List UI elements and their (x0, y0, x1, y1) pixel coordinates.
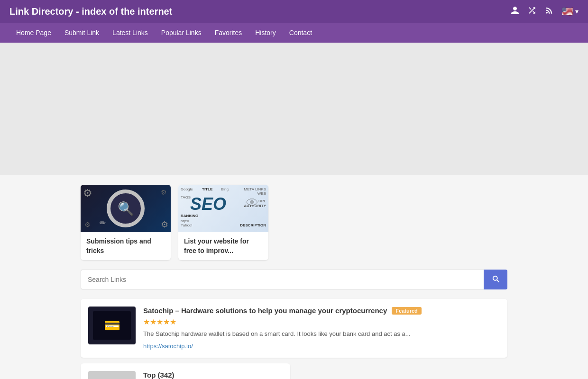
featured-listing: 💳 Satochip – Hardware solutions to help … (81, 299, 507, 358)
card-list-website[interactable]: Google META LINKS WEB TITLE Bing SEO TAG… (178, 185, 268, 260)
chip-icon: 💳 (104, 318, 120, 334)
site-title: Link Directory - index of the internet (9, 6, 172, 17)
nav-favorites[interactable]: Favorites (208, 23, 249, 43)
listing-title: Satochip – Hardware solutions to help yo… (143, 307, 387, 315)
search-button[interactable] (484, 270, 507, 289)
card-image-seo: Google META LINKS WEB TITLE Bing SEO TAG… (178, 185, 268, 232)
nav-submit-link[interactable]: Submit Link (58, 23, 106, 43)
listing-url[interactable]: https://satochip.io/ (143, 343, 193, 350)
top-thumb (88, 371, 136, 379)
seo-overlay: Google META LINKS WEB TITLE Bing SEO TAG… (178, 185, 268, 232)
rss-icon[interactable] (544, 6, 554, 18)
cards-row: ⚙ ⚙ 🔍 ⚙ ⚙ ✏ Submission tips and tricks G… (81, 185, 507, 260)
star-rating: ★★★★★ (143, 317, 500, 326)
svg-point-0 (546, 12, 548, 14)
header-icons: 🇺🇸 ▾ (510, 6, 579, 18)
nav-latest-links[interactable]: Latest Links (106, 23, 155, 43)
gear-top-right-icon: ⚙ (161, 189, 167, 196)
flag-icon: 🇺🇸 (561, 6, 573, 17)
submission-circle: 🔍 (107, 190, 145, 227)
nav-history[interactable]: History (248, 23, 283, 43)
nav-home-page[interactable]: Home Page (9, 23, 58, 43)
gear-bottom-right-icon: ⚙ (161, 219, 168, 230)
listing-thumb-inner: 💳 (93, 311, 131, 340)
listing-inner: 💳 Satochip – Hardware solutions to help … (81, 299, 507, 358)
bottom-left: Top (342) (81, 363, 290, 379)
lang-chevron: ▾ (575, 8, 579, 15)
top-listing-title: Top (342) (143, 371, 175, 379)
card-submission-tips[interactable]: ⚙ ⚙ 🔍 ⚙ ⚙ ✏ Submission tips and tricks (81, 185, 171, 260)
card-title-seo: List your website for free to improv... (178, 232, 268, 260)
main-content: ⚙ ⚙ 🔍 ⚙ ⚙ ✏ Submission tips and tricks G… (71, 175, 517, 379)
card-image-submission: ⚙ ⚙ 🔍 ⚙ ⚙ ✏ (81, 185, 171, 232)
featured-badge: Featured (392, 307, 421, 315)
magnifier-icon: 🔍 (118, 201, 134, 217)
user-icon[interactable] (510, 6, 520, 18)
listing-content: Satochip – Hardware solutions to help yo… (143, 307, 500, 350)
bottom-right (298, 363, 507, 379)
gear-top-left-icon: ⚙ (83, 187, 92, 199)
header: Link Directory - index of the internet 🇺… (0, 0, 588, 23)
bottom-row: Top (342) (81, 363, 507, 379)
listing-thumbnail: 💳 (88, 307, 136, 344)
listing-description: The Satochip hardware wallet is based on… (143, 329, 500, 339)
nav-popular-links[interactable]: Popular Links (155, 23, 208, 43)
advertisement-area (0, 43, 588, 175)
top-listing-inner: Top (342) (81, 363, 290, 379)
pencil-icon: ✏ (100, 218, 106, 227)
shuffle-icon[interactable] (527, 6, 537, 18)
card-title-submission: Submission tips and tricks (81, 232, 171, 260)
top-listing: Top (342) (81, 363, 290, 379)
listing-title-row: Satochip – Hardware solutions to help yo… (143, 307, 500, 315)
nav-contact[interactable]: Contact (283, 23, 319, 43)
top-listing-content: Top (342) (143, 371, 175, 379)
search-input[interactable] (81, 270, 484, 289)
language-selector[interactable]: 🇺🇸 ▾ (561, 6, 579, 17)
gear-bottom-left-icon: ⚙ (84, 221, 91, 228)
search-bar (81, 270, 507, 289)
navigation: Home Page Submit Link Latest Links Popul… (0, 23, 588, 43)
